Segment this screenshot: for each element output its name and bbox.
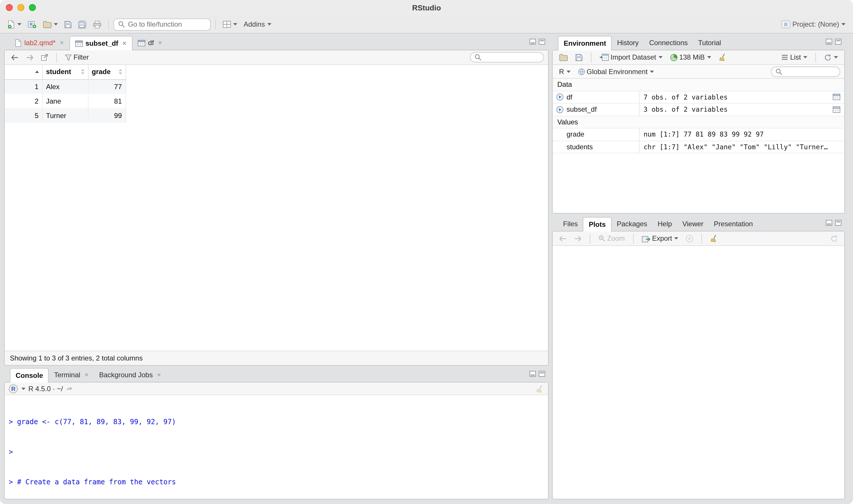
close-icon[interactable]: ✕ — [122, 40, 127, 46]
expand-icon[interactable] — [556, 93, 564, 101]
tab-df[interactable]: df ✕ — [132, 36, 167, 50]
forward-button[interactable] — [24, 53, 36, 61]
zoom-plot-button[interactable]: Zoom — [596, 233, 627, 244]
save-workspace-button[interactable] — [573, 52, 585, 62]
student-column-header[interactable]: student — [42, 65, 88, 79]
console-body: R R 4.5.0 · ~/ > grade <- c(77, 81, 89, … — [4, 382, 549, 499]
tab-plots[interactable]: Plots — [583, 217, 612, 232]
open-in-new-window-button[interactable] — [39, 53, 50, 62]
env-object-row-subset-df[interactable]: subset_df 3 obs. of 2 variables — [553, 104, 844, 116]
maximize-pane-icon[interactable] — [835, 220, 841, 226]
close-icon[interactable]: ✕ — [157, 372, 161, 378]
tab-subset-df[interactable]: subset_df ✕ — [69, 36, 132, 50]
pane-layout-button[interactable] — [220, 20, 240, 29]
environment-body: Import Dataset 138 MiB List — [552, 50, 845, 214]
minimize-pane-icon[interactable] — [826, 39, 832, 44]
tab-viewer[interactable]: Viewer — [677, 217, 709, 231]
close-icon[interactable]: ✕ — [84, 372, 89, 378]
export-plot-button[interactable]: Export — [639, 233, 680, 244]
close-icon[interactable]: ✕ — [158, 40, 162, 46]
tab-help[interactable]: Help — [652, 217, 677, 231]
table-search-box[interactable] — [470, 52, 544, 62]
svg-text:R: R — [11, 385, 16, 392]
remove-plot-button[interactable] — [684, 233, 696, 243]
source-tabstrip: lab2.qmd* ✕ subset_df ✕ df ✕ — [4, 36, 549, 50]
load-workspace-button[interactable] — [557, 52, 570, 62]
save-all-button[interactable] — [76, 19, 89, 30]
maximize-pane-icon[interactable] — [539, 371, 545, 377]
clear-console-icon[interactable] — [536, 384, 544, 393]
student-cell: Jane — [42, 94, 88, 108]
next-plot-button[interactable] — [572, 234, 584, 243]
addins-button[interactable]: Addins — [241, 19, 273, 30]
minimize-pane-icon[interactable] — [529, 371, 536, 377]
console-input-area[interactable]: > grade <- c(77, 81, 89, 83, 99, 92, 97)… — [5, 395, 548, 499]
new-project-button[interactable]: R — [25, 19, 39, 30]
refresh-plots-button[interactable] — [828, 233, 840, 243]
chevron-down-icon — [17, 23, 21, 25]
environment-search-input[interactable] — [785, 67, 833, 75]
import-dataset-button[interactable]: Import Dataset — [597, 52, 665, 62]
project-menu-button[interactable]: R Project: (None) — [779, 19, 848, 30]
env-object-row-df[interactable]: df 7 obs. of 2 variables — [553, 91, 844, 104]
tab-environment[interactable]: Environment — [558, 36, 612, 50]
zoom-window-button[interactable] — [29, 4, 36, 11]
clear-plots-button[interactable] — [708, 233, 721, 244]
chevron-down-icon[interactable] — [21, 388, 25, 390]
tab-connections[interactable]: Connections — [644, 36, 693, 50]
goto-file-box[interactable] — [113, 18, 211, 30]
rownum-column-header[interactable] — [5, 65, 42, 79]
language-selector[interactable]: R — [557, 66, 573, 77]
zoom-label: Zoom — [607, 234, 625, 242]
tab-console[interactable]: Console — [10, 368, 49, 382]
previous-plot-button[interactable] — [557, 234, 569, 243]
env-value-row-students[interactable]: students chr [1:7] "Alex" "Jane" "Tom" "… — [553, 141, 844, 154]
clear-objects-icon — [719, 53, 727, 61]
environment-search-box[interactable] — [771, 66, 840, 77]
maximize-pane-icon[interactable] — [539, 39, 545, 44]
tab-label: Presentation — [714, 220, 753, 228]
grade-column-header[interactable]: grade — [88, 65, 126, 79]
goto-file-input[interactable] — [128, 20, 202, 28]
zoom-icon — [598, 235, 605, 242]
back-button[interactable] — [9, 53, 21, 61]
toolbar-separator — [215, 19, 216, 29]
tab-terminal[interactable]: Terminal ✕ — [49, 368, 94, 382]
chevron-down-icon — [834, 56, 838, 58]
object-description: 3 obs. of 2 variables — [639, 104, 829, 115]
tab-presentation[interactable]: Presentation — [709, 217, 758, 231]
tab-lab2-qmd[interactable]: lab2.qmd* ✕ — [10, 36, 69, 50]
minimize-pane-icon[interactable] — [826, 220, 832, 226]
tab-tutorial[interactable]: Tutorial — [693, 36, 726, 50]
student-cell: Alex — [42, 79, 88, 94]
tab-history[interactable]: History — [612, 36, 644, 50]
list-view-button[interactable]: List — [779, 52, 810, 62]
print-button[interactable] — [91, 19, 104, 29]
save-button[interactable] — [62, 19, 74, 29]
expand-icon[interactable] — [556, 106, 564, 113]
tab-files[interactable]: Files — [558, 217, 583, 231]
traffic-lights — [6, 4, 40, 11]
refresh-environment-button[interactable] — [822, 52, 840, 62]
view-data-icon[interactable] — [833, 106, 840, 113]
goto-directory-icon[interactable] — [66, 386, 73, 392]
tab-label: Terminal — [54, 371, 80, 379]
chevron-down-icon — [267, 23, 271, 25]
filter-button[interactable]: Filter — [62, 52, 91, 62]
scope-selector[interactable]: Global Environment — [576, 66, 656, 77]
table-search-input[interactable] — [484, 53, 537, 61]
tab-background-jobs[interactable]: Background Jobs ✕ — [94, 368, 167, 382]
env-value-row-grade[interactable]: grade num [1:7] 77 81 89 83 99 92 97 — [553, 128, 844, 141]
minimize-window-button[interactable] — [17, 4, 24, 11]
open-file-button[interactable] — [40, 19, 60, 29]
minimize-pane-icon[interactable] — [529, 39, 536, 44]
maximize-pane-icon[interactable] — [835, 39, 841, 44]
clear-objects-button[interactable] — [716, 52, 729, 62]
new-file-button[interactable] — [5, 19, 24, 30]
back-arrow-icon — [559, 235, 566, 241]
close-icon[interactable]: ✕ — [60, 40, 64, 46]
memory-usage-button[interactable]: 138 MiB — [668, 52, 713, 62]
tab-packages[interactable]: Packages — [611, 217, 652, 231]
view-data-icon[interactable] — [833, 94, 840, 101]
close-window-button[interactable] — [6, 4, 13, 11]
